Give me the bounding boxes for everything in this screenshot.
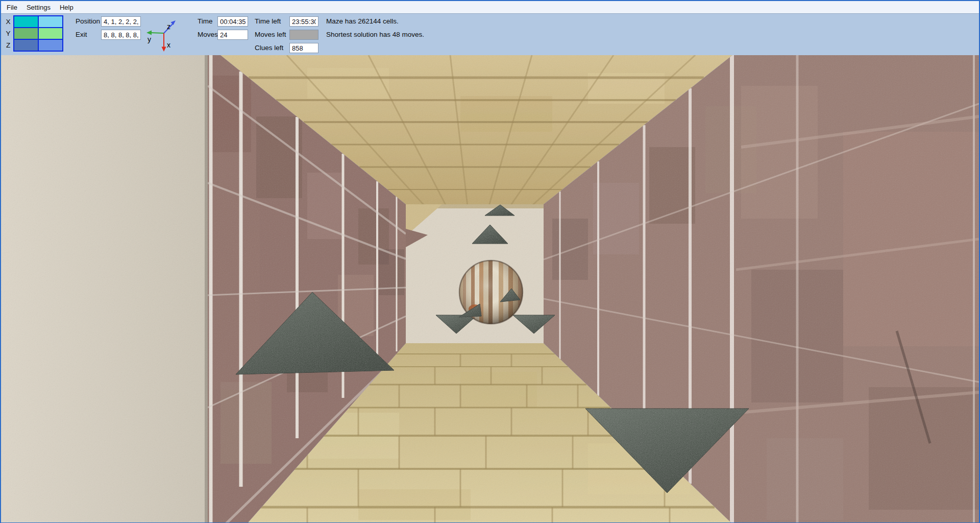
time-label: Time [198, 16, 213, 27]
texture-noise-overlay [1, 55, 979, 522]
clues-left-label: Clues left [255, 43, 283, 53]
menu-bar: File Settings Help [1, 1, 979, 14]
shortest-solution-status: Shortest solution has 48 moves. [326, 30, 424, 40]
maze-3d-viewport [1, 55, 979, 522]
position-label: Position [76, 16, 100, 27]
app-window: File Settings Help X Y Z Position Exit [0, 0, 980, 523]
maze-3d-view [1, 55, 979, 522]
toolbar: X Y Z Position Exit y z x Time [1, 14, 979, 55]
time-left-field[interactable] [289, 16, 318, 27]
exit-label: Exit [76, 30, 87, 40]
clues-left-field[interactable] [289, 43, 318, 53]
maze-cells-status: Maze has 262144 cells. [326, 16, 399, 27]
menu-help[interactable]: Help [55, 2, 78, 13]
moves-left-field [289, 30, 318, 40]
color-cell-x-left [14, 16, 38, 27]
time-field[interactable] [217, 16, 248, 27]
axis-x-arrowhead-icon [162, 47, 166, 52]
axis-y-arrowhead-icon [146, 31, 152, 35]
position-field[interactable] [101, 16, 141, 27]
color-cell-z-right [39, 40, 62, 51]
axis-row-label-z: Z [5, 40, 11, 51]
color-cell-y-left [14, 28, 38, 39]
axis-z-label: z [167, 22, 170, 31]
axis-z-arrowhead-icon [171, 20, 176, 25]
menu-file[interactable]: File [2, 2, 22, 13]
moves-label: Moves [198, 30, 218, 40]
menu-settings[interactable]: Settings [22, 2, 55, 13]
axis-row-label-y: Y [5, 28, 11, 39]
color-cell-x-right [39, 16, 62, 27]
moves-left-label: Moves left [255, 30, 286, 40]
axis-orientation-indicator: y z x [144, 18, 181, 54]
axis-y-arrow [151, 33, 164, 33]
axis-y-label: y [148, 35, 151, 43]
moves-field[interactable] [217, 30, 248, 40]
time-left-label: Time left [255, 16, 281, 27]
color-cell-y-right [39, 28, 62, 39]
exit-field[interactable] [101, 30, 141, 40]
axis-row-label-x: X [5, 16, 11, 27]
color-cell-z-left [14, 40, 38, 51]
axis-color-grid [13, 15, 63, 52]
axis-x-label: x [167, 41, 170, 49]
